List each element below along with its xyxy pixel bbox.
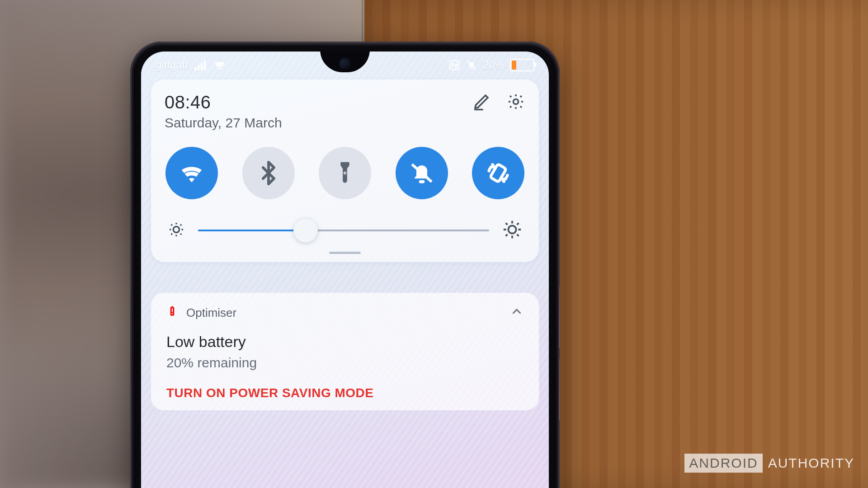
svg-point-18 — [172, 313, 173, 314]
svg-point-8 — [513, 99, 518, 104]
chevron-up-icon[interactable] — [510, 305, 524, 321]
carrier-label: giffgaff — [156, 59, 188, 71]
wifi-icon — [213, 58, 226, 72]
watermark-right: AUTHORITY — [768, 455, 854, 471]
notification-app-name: Optimiser — [186, 306, 236, 320]
quick-settings-panel[interactable]: 08:46 Saturday, 27 March — [151, 80, 539, 262]
status-bar: giffgaff 20% — [153, 55, 537, 75]
notification-title: Low battery — [166, 333, 524, 351]
svg-rect-3 — [204, 61, 206, 70]
notification-cta[interactable]: TURN ON POWER SAVING MODE — [166, 386, 524, 400]
svg-rect-0 — [194, 67, 196, 70]
phone-frame: giffgaff 20% — [130, 42, 560, 488]
wifi-toggle[interactable] — [165, 147, 218, 199]
brightness-slider[interactable] — [165, 219, 525, 244]
svg-point-13 — [173, 226, 179, 232]
svg-rect-17 — [172, 309, 173, 312]
pencil-icon[interactable] — [472, 92, 491, 111]
battery-percent-label: 20% — [483, 59, 505, 71]
mute-icon — [466, 59, 477, 71]
torch-toggle[interactable] — [319, 147, 371, 199]
phone-screen: giffgaff 20% — [141, 52, 549, 488]
watermark-left: ANDROID — [684, 454, 762, 473]
svg-rect-5 — [470, 68, 472, 69]
brightness-high-icon — [502, 219, 523, 242]
notification-card[interactable]: Optimiser Low battery 20% remaining TURN… — [151, 293, 539, 410]
watermark: ANDROID AUTHORITY — [684, 454, 854, 473]
clock-time: 08:46 — [165, 92, 282, 113]
svg-rect-10 — [419, 180, 425, 183]
autorotate-toggle[interactable] — [472, 147, 524, 199]
gear-icon[interactable] — [506, 92, 525, 111]
brightness-thumb[interactable] — [293, 218, 318, 243]
volume-down-button — [559, 358, 560, 421]
battery-alert-icon — [166, 305, 178, 320]
mute-toggle[interactable] — [396, 147, 448, 199]
svg-point-9 — [344, 172, 347, 175]
brightness-track[interactable] — [198, 230, 489, 231]
signal-icon — [194, 59, 207, 71]
bluetooth-toggle[interactable] — [242, 147, 295, 199]
drag-handle[interactable] — [329, 252, 361, 254]
brightness-low-icon — [167, 221, 185, 240]
nfc-icon — [448, 59, 460, 71]
volume-up-button — [559, 286, 560, 349]
svg-rect-16 — [171, 306, 173, 307]
svg-rect-2 — [201, 63, 203, 70]
svg-rect-1 — [198, 65, 199, 70]
clock-date: Saturday, 27 March — [165, 115, 282, 131]
svg-point-14 — [508, 225, 516, 233]
battery-icon — [510, 59, 534, 71]
notification-subtitle: 20% remaining — [166, 355, 524, 371]
